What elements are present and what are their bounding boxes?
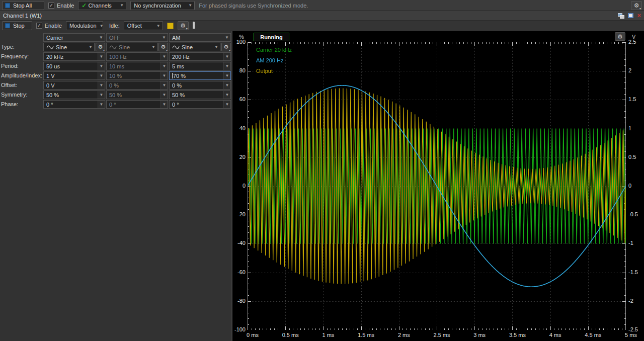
value-combo[interactable]: 5 ms ▼	[169, 62, 231, 70]
y-right-tick: 1.5	[628, 96, 636, 102]
sync-hint-text: For phased signals use Synchronized mode…	[199, 3, 308, 9]
legend-item: AM 200 Hz	[256, 57, 292, 63]
x-axis-tick: 4 ms	[549, 332, 561, 338]
value-text: 0 °	[172, 102, 179, 108]
type-value: Sine	[182, 44, 193, 50]
type-select[interactable]: Sine ▼	[106, 43, 157, 51]
value-combo[interactable]: 100 Hz ▼	[106, 52, 168, 61]
idle-dropdown[interactable]: Offset ▼	[124, 21, 163, 30]
value-text: 0 %	[109, 82, 119, 89]
y-left-tick: -20	[237, 211, 246, 217]
value-text: 70 %	[173, 73, 186, 79]
synchronization-value: No synchronization	[134, 3, 181, 9]
row-label: Offset:	[1, 81, 42, 90]
chevron-down-icon: ▼	[160, 81, 168, 89]
idle-value: Offset	[127, 23, 142, 29]
idle-label: Idle:	[109, 23, 120, 29]
y-right-tick: 1	[628, 125, 631, 131]
column-mode-select[interactable]: AM ▼	[169, 33, 231, 42]
type-value: Sine	[119, 44, 130, 50]
chevron-down-icon: ▼	[150, 43, 157, 51]
green-check-icon: ✓	[82, 2, 87, 9]
master-enable-checkbox[interactable]: ✓ Enable	[48, 3, 74, 9]
value-text: 10 ms	[109, 63, 124, 69]
type-settings-gear-button[interactable]: ⚙▾	[158, 43, 168, 51]
y-left-tick: 80	[239, 67, 246, 73]
column-mode-value: Carrier	[46, 35, 63, 41]
x-axis-tick: 0 ms	[247, 332, 259, 338]
value-combo[interactable]: 50 us ▼	[43, 62, 105, 70]
y-right-tick: 0.5	[628, 154, 636, 160]
waveform-canvas[interactable]	[248, 42, 626, 330]
chevron-down-icon: ▼	[98, 91, 105, 99]
value-combo[interactable]: 0 % ▼	[106, 81, 168, 90]
value-text: 5 ms	[172, 63, 184, 69]
chevron-down-icon: ▼	[98, 53, 105, 60]
plot-settings-gear-button[interactable]: ⚙	[615, 32, 625, 41]
float-window-icon[interactable]	[618, 13, 624, 19]
type-settings-gear-button[interactable]: ⚙▾	[221, 43, 231, 51]
value-text: 50 %	[109, 92, 122, 98]
channel-enable-checkbox[interactable]: ✓ Enable	[36, 23, 62, 29]
type-select[interactable]: Sine ▼	[169, 43, 220, 51]
value-combo[interactable]: 70 % ▼	[169, 71, 231, 80]
value-text: 50 %	[172, 92, 185, 98]
value-combo[interactable]: 1 V ▼	[43, 71, 105, 80]
value-combo[interactable]: 10 ms ▼	[106, 62, 168, 70]
signal-column-off: OFF ▼ Sine ▼ ⚙▾ 100 Hz ▼ 10 ms ▼ 10 % ▼	[106, 33, 168, 110]
value-combo[interactable]: 10 % ▼	[106, 71, 168, 80]
text-caret	[172, 73, 173, 78]
value-combo[interactable]: 50 % ▼	[169, 91, 231, 99]
y-left-tick: 20	[239, 154, 246, 160]
checkbox-check-icon: ✓	[48, 3, 54, 9]
channel-stop-button[interactable]: Stop	[2, 21, 32, 30]
synchronization-dropdown[interactable]: No synchronization ▼	[130, 1, 195, 10]
stop-all-button[interactable]: Stop All	[2, 1, 44, 10]
value-combo[interactable]: 0 V ▼	[43, 81, 105, 90]
close-icon[interactable]: ×	[637, 13, 641, 18]
master-enable-label: Enable	[57, 3, 74, 9]
options-gear-button[interactable]: ⚙▾	[631, 1, 642, 10]
chevron-down-icon: ▼	[98, 72, 105, 79]
column-mode-select[interactable]: OFF ▼	[106, 33, 168, 42]
mode-dropdown[interactable]: Modulation ▼	[66, 21, 103, 30]
value-text: 50 us	[46, 63, 60, 69]
chevron-down-icon: ▼	[160, 101, 168, 108]
mode-value: Modulation	[69, 23, 97, 29]
channels-dropdown[interactable]: ✓ Channels ▼	[78, 1, 126, 10]
y-right-tick: -0.5	[628, 211, 638, 217]
value-combo[interactable]: 50 % ▼	[106, 91, 168, 99]
maximize-icon[interactable]	[628, 13, 633, 18]
parameters-panel: Type:Frequency:Period:Amplitude/Index:Of…	[0, 31, 231, 341]
row-labels-column: Type:Frequency:Period:Amplitude/Index:Of…	[1, 33, 42, 110]
value-combo[interactable]: 0 ° ▼	[106, 100, 168, 109]
value-text: 20 kHz	[46, 54, 63, 60]
value-text: 10 %	[109, 73, 122, 79]
y-right-tick: 0	[628, 183, 631, 189]
type-settings-gear-button[interactable]: ⚙▾	[96, 43, 105, 51]
row-label: Type:	[1, 43, 42, 51]
chevron-down-icon: ▼	[160, 91, 168, 99]
value-combo[interactable]: 0 % ▼	[169, 81, 231, 90]
channel-gear-button[interactable]: ⚙▾	[178, 21, 189, 30]
chevron-down-icon: ▼	[97, 24, 106, 28]
value-text: 50 %	[46, 92, 59, 98]
value-combo[interactable]: 0 ° ▼	[169, 100, 231, 109]
value-combo[interactable]: 50 % ▼	[43, 91, 105, 99]
column-mode-value: OFF	[109, 35, 120, 41]
value-combo[interactable]: 200 Hz ▼	[169, 52, 231, 61]
y-right-tick: -1.5	[628, 269, 638, 275]
value-combo[interactable]: 20 kHz ▼	[43, 52, 105, 61]
chevron-down-icon: ▼	[160, 72, 168, 79]
lock-icon[interactable]	[193, 23, 199, 30]
type-select[interactable]: Sine ▼	[43, 43, 95, 51]
chevron-down-icon: ▼	[223, 91, 230, 99]
row-label: Symmetry:	[1, 91, 42, 99]
value-combo[interactable]: 0 ° ▼	[43, 100, 105, 109]
y-right-tick: 2.5	[628, 39, 636, 45]
y-right-tick: -1	[628, 240, 633, 246]
channel-enable-label: Enable	[45, 23, 62, 29]
column-mode-select[interactable]: Carrier ▼	[43, 33, 105, 42]
channel-color-swatch[interactable]	[167, 23, 174, 29]
chevron-down-icon: ▼	[98, 34, 105, 41]
